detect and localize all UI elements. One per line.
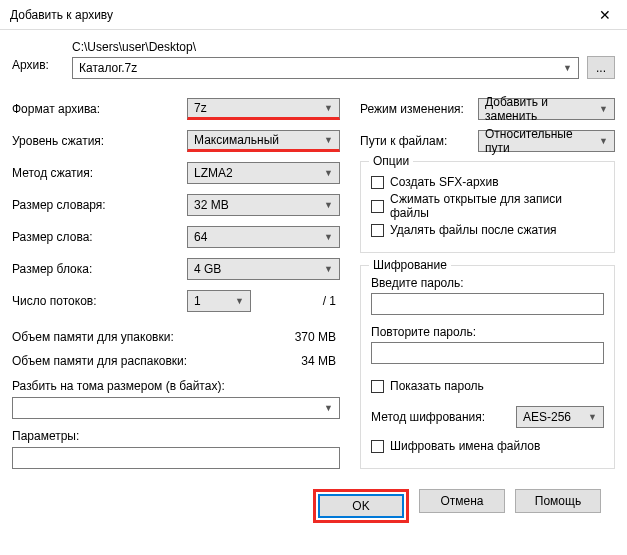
enc-names-label: Шифровать имена файлов — [390, 439, 540, 453]
format-label: Формат архива: — [12, 102, 187, 116]
password-input[interactable] — [371, 293, 604, 315]
chevron-down-icon: ▼ — [324, 403, 333, 413]
ok-highlight: OK — [313, 489, 409, 523]
mem-unpack-row: Объем памяти для распаковки: 34 MB — [12, 349, 340, 373]
update-row: Режим изменения: Добавить и заменить ▼ — [360, 93, 615, 125]
content: Архив: C:\Users\user\Desktop\ Каталог.7z… — [0, 30, 627, 537]
method-row: Метод сжатия: LZMA2 ▼ — [12, 157, 340, 189]
mem-unpack-value: 34 MB — [280, 354, 340, 368]
show-password-row[interactable]: Показать пароль — [371, 374, 604, 398]
block-combo[interactable]: 4 GB ▼ — [187, 258, 340, 280]
mem-pack-row: Объем памяти для упаковки: 370 MB — [12, 325, 340, 349]
format-row: Формат архива: 7z ▼ — [12, 93, 340, 125]
checkbox-icon[interactable] — [371, 440, 384, 453]
checkbox-icon[interactable] — [371, 176, 384, 189]
archive-row: Архив: C:\Users\user\Desktop\ Каталог.7z… — [12, 40, 615, 79]
word-label: Размер слова: — [12, 230, 187, 244]
chevron-down-icon: ▼ — [588, 412, 597, 422]
chevron-down-icon: ▼ — [324, 200, 333, 210]
chevron-down-icon: ▼ — [324, 264, 333, 274]
level-label: Уровень сжатия: — [12, 134, 187, 148]
update-value: Добавить и заменить — [485, 95, 599, 123]
format-value: 7z — [194, 101, 207, 115]
enc-names-row[interactable]: Шифровать имена файлов — [371, 434, 604, 458]
cancel-button[interactable]: Отмена — [419, 489, 505, 513]
block-label: Размер блока: — [12, 262, 187, 276]
split-label: Разбить на тома размером (в байтах): — [12, 379, 340, 393]
params-label: Параметры: — [12, 429, 340, 443]
threads-row: Число потоков: 1 ▼ / 1 — [12, 285, 340, 317]
opt-sfx-label: Создать SFX-архив — [390, 175, 499, 189]
method-combo[interactable]: LZMA2 ▼ — [187, 162, 340, 184]
password-label: Введите пароль: — [371, 276, 604, 290]
chevron-down-icon: ▼ — [599, 104, 608, 114]
checkbox-icon[interactable] — [371, 200, 384, 213]
word-value: 64 — [194, 230, 207, 244]
opt-sfx-row[interactable]: Создать SFX-архив — [371, 170, 604, 194]
checkbox-icon[interactable] — [371, 380, 384, 393]
word-combo[interactable]: 64 ▼ — [187, 226, 340, 248]
enc-method-value: AES-256 — [523, 410, 571, 424]
ok-button[interactable]: OK — [318, 494, 404, 518]
paths-value: Относительные пути — [485, 127, 599, 155]
chevron-down-icon: ▼ — [599, 136, 608, 146]
chevron-down-icon: ▼ — [235, 296, 244, 306]
archive-name-combo[interactable]: Каталог.7z ▼ — [72, 57, 579, 79]
params-input[interactable] — [12, 447, 340, 469]
level-row: Уровень сжатия: Максимальный ▼ — [12, 125, 340, 157]
chevron-down-icon: ▼ — [324, 135, 333, 145]
repassword-label: Повторите пароль: — [371, 325, 604, 339]
chevron-down-icon: ▼ — [324, 232, 333, 242]
titlebar: Добавить к архиву ✕ — [0, 0, 627, 30]
button-bar: OK Отмена Помощь — [12, 475, 615, 537]
dict-value: 32 MB — [194, 198, 229, 212]
repassword-input[interactable] — [371, 342, 604, 364]
dict-label: Размер словаря: — [12, 198, 187, 212]
method-value: LZMA2 — [194, 166, 233, 180]
chevron-down-icon: ▼ — [563, 63, 572, 73]
close-icon[interactable]: ✕ — [582, 0, 627, 30]
mem-pack-label: Объем памяти для упаковки: — [12, 330, 280, 344]
paths-row: Пути к файлам: Относительные пути ▼ — [360, 125, 615, 157]
mem-pack-value: 370 MB — [280, 330, 340, 344]
encryption-title: Шифрование — [369, 258, 451, 272]
mem-unpack-label: Объем памяти для распаковки: — [12, 354, 280, 368]
chevron-down-icon: ▼ — [324, 103, 333, 113]
archive-name-text: Каталог.7z — [79, 61, 137, 75]
enc-method-label: Метод шифрования: — [371, 410, 508, 424]
threads-combo[interactable]: 1 ▼ — [187, 290, 251, 312]
method-label: Метод сжатия: — [12, 166, 187, 180]
update-combo[interactable]: Добавить и заменить ▼ — [478, 98, 615, 120]
archive-main: C:\Users\user\Desktop\ Каталог.7z ▼ ... — [72, 40, 615, 79]
options-group: Опции Создать SFX-архив Сжимать открытые… — [360, 161, 615, 253]
word-row: Размер слова: 64 ▼ — [12, 221, 340, 253]
enc-method-combo[interactable]: AES-256 ▼ — [516, 406, 604, 428]
chevron-down-icon: ▼ — [324, 168, 333, 178]
opt-compress-open-row[interactable]: Сжимать открытые для записи файлы — [371, 194, 604, 218]
encryption-group: Шифрование Введите пароль: Повторите пар… — [360, 265, 615, 469]
opt-delete-label: Удалять файлы после сжатия — [390, 223, 557, 237]
threads-total: / 1 — [323, 294, 340, 308]
split-combo[interactable]: ▼ — [12, 397, 340, 419]
browse-button[interactable]: ... — [587, 56, 615, 79]
level-combo[interactable]: Максимальный ▼ — [187, 130, 340, 152]
options-title: Опции — [369, 154, 413, 168]
paths-label: Пути к файлам: — [360, 134, 478, 148]
format-combo[interactable]: 7z ▼ — [187, 98, 340, 120]
left-column: Формат архива: 7z ▼ Уровень сжатия: Макс… — [12, 93, 340, 469]
threads-label: Число потоков: — [12, 294, 187, 308]
archive-label: Архив: — [12, 40, 72, 72]
threads-value: 1 — [194, 294, 201, 308]
columns: Формат архива: 7z ▼ Уровень сжатия: Макс… — [12, 93, 615, 469]
paths-combo[interactable]: Относительные пути ▼ — [478, 130, 615, 152]
show-password-label: Показать пароль — [390, 379, 484, 393]
checkbox-icon[interactable] — [371, 224, 384, 237]
opt-compress-open-label: Сжимать открытые для записи файлы — [390, 192, 604, 220]
window-title: Добавить к архиву — [10, 8, 582, 22]
block-row: Размер блока: 4 GB ▼ — [12, 253, 340, 285]
dict-row: Размер словаря: 32 MB ▼ — [12, 189, 340, 221]
level-value: Максимальный — [194, 133, 279, 147]
help-button[interactable]: Помощь — [515, 489, 601, 513]
dict-combo[interactable]: 32 MB ▼ — [187, 194, 340, 216]
opt-delete-row[interactable]: Удалять файлы после сжатия — [371, 218, 604, 242]
